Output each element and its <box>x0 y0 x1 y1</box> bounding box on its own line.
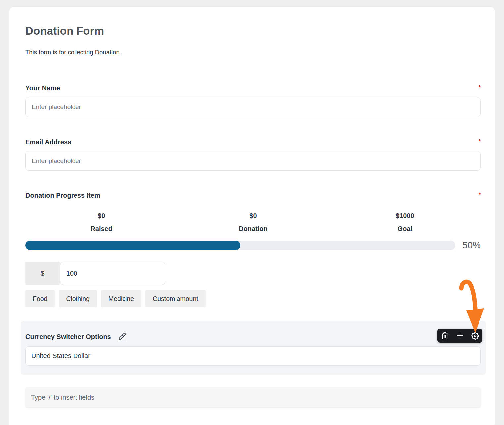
preset-custom-amount-button[interactable]: Custom amount <box>145 290 206 307</box>
goal-caption: Goal <box>329 225 481 233</box>
preset-medicine-button[interactable]: Medicine <box>101 290 141 307</box>
donation-caption: Donation <box>177 225 329 233</box>
preset-food-button[interactable]: Food <box>25 290 55 307</box>
donation-amount-input[interactable] <box>60 262 165 285</box>
email-address-input[interactable] <box>25 151 481 171</box>
currency-switcher-section: Currency Switcher Options <box>21 321 486 375</box>
progress-percent-label: 50% <box>459 240 481 251</box>
donation-amount-row: $ <box>25 262 481 285</box>
email-address-label: Email Address <box>25 138 71 146</box>
page-description: This form is for collecting Donation. <box>25 49 481 56</box>
goal-amount: $1000 <box>329 212 481 220</box>
page-title: Donation Form <box>25 25 481 37</box>
your-name-input[interactable] <box>25 97 481 117</box>
field-donation-progress: Donation Progress Item * $0 Raised $0 Do… <box>25 192 481 307</box>
required-asterisk: * <box>479 84 481 91</box>
your-name-label: Your Name <box>25 84 60 92</box>
currency-switcher-label: Currency Switcher Options <box>25 333 111 341</box>
gear-icon <box>471 332 479 340</box>
progress-bar-row: 50% <box>25 240 481 251</box>
stat-raised: $0 Raised <box>25 212 177 233</box>
progress-bar-track <box>25 241 455 250</box>
stat-donation: $0 Donation <box>177 212 329 233</box>
field-email-address: Email Address * <box>25 138 481 171</box>
pencil-icon <box>118 332 126 341</box>
field-your-name: Your Name * <box>25 84 481 117</box>
insert-fields-input[interactable] <box>25 387 481 407</box>
field-actions-toolbar <box>437 329 482 343</box>
required-asterisk: * <box>479 192 481 198</box>
required-asterisk: * <box>479 138 481 145</box>
preset-clothing-button[interactable]: Clothing <box>59 290 97 307</box>
form-builder-card: Donation Form This form is for collectin… <box>9 7 495 425</box>
currency-symbol-prefix: $ <box>25 262 60 285</box>
stat-goal: $1000 Goal <box>329 212 481 233</box>
donation-amount: $0 <box>177 212 329 220</box>
edit-label-button[interactable] <box>118 332 126 341</box>
donation-progress-label: Donation Progress Item <box>25 192 100 199</box>
raised-amount: $0 <box>25 212 177 220</box>
donation-stats-row: $0 Raised $0 Donation $1000 Goal <box>25 212 481 233</box>
trash-icon <box>441 332 449 340</box>
plus-icon <box>456 332 464 340</box>
currency-switcher-input[interactable] <box>25 346 481 366</box>
donation-preset-options: Food Clothing Medicine Custom amount <box>25 290 481 307</box>
raised-caption: Raised <box>25 225 177 233</box>
field-settings-button[interactable] <box>470 331 480 341</box>
progress-fill <box>25 241 240 250</box>
delete-field-button[interactable] <box>440 331 450 341</box>
add-field-button[interactable] <box>455 331 465 341</box>
